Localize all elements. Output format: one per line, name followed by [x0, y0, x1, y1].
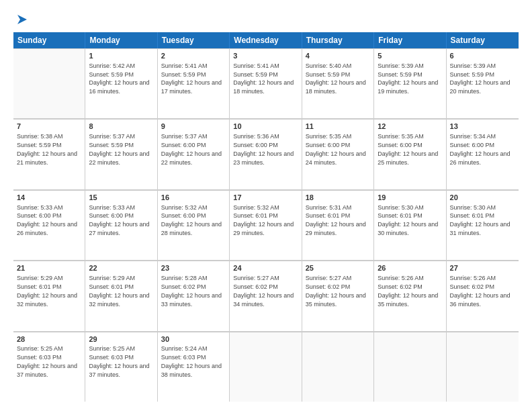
calendar-cell: 15Sunrise: 5:33 AMSunset: 6:00 PMDayligh…: [85, 190, 157, 260]
day-number: 14: [17, 193, 81, 203]
calendar-cell: 8Sunrise: 5:37 AMSunset: 5:59 PMDaylight…: [85, 119, 157, 189]
cell-info: Sunrise: 5:33 AMSunset: 6:00 PMDaylight:…: [89, 204, 149, 236]
calendar-header: SundayMondayTuesdayWednesdayThursdayFrid…: [13, 32, 519, 48]
cell-info: Sunrise: 5:32 AMSunset: 6:00 PMDaylight:…: [161, 204, 222, 236]
cell-info: Sunrise: 5:34 AMSunset: 6:00 PMDaylight:…: [450, 133, 511, 165]
logo-icon: [15, 12, 30, 27]
cell-info: Sunrise: 5:40 AMSunset: 5:59 PMDaylight:…: [306, 62, 366, 95]
cell-info: Sunrise: 5:30 AMSunset: 6:01 PMDaylight:…: [450, 204, 511, 236]
cell-info: Sunrise: 5:28 AMSunset: 6:02 PMDaylight:…: [161, 275, 222, 307]
day-number: 30: [161, 334, 226, 345]
cell-info: Sunrise: 5:38 AMSunset: 5:59 PMDaylight:…: [17, 133, 77, 165]
calendar-cell: 5Sunrise: 5:39 AMSunset: 5:59 PMDaylight…: [374, 48, 446, 118]
cell-info: Sunrise: 5:25 AMSunset: 6:03 PMDaylight:…: [89, 345, 149, 377]
page-header: [13, 12, 519, 27]
day-header-wednesday: Wednesday: [230, 32, 302, 48]
day-number: 11: [306, 122, 370, 132]
cell-info: Sunrise: 5:32 AMSunset: 6:01 PMDaylight:…: [233, 204, 294, 236]
day-number: 24: [233, 263, 298, 273]
day-number: 9: [161, 122, 226, 132]
calendar-cell: 24Sunrise: 5:27 AMSunset: 6:02 PMDayligh…: [230, 261, 302, 330]
day-header-saturday: Saturday: [447, 32, 519, 48]
day-header-friday: Friday: [374, 32, 446, 48]
calendar-cell: 19Sunrise: 5:30 AMSunset: 6:01 PMDayligh…: [374, 190, 446, 260]
calendar-cell: 21Sunrise: 5:29 AMSunset: 6:01 PMDayligh…: [13, 261, 85, 330]
calendar-cell: [13, 48, 85, 118]
calendar-cell: [230, 332, 302, 402]
calendar-cell: 16Sunrise: 5:32 AMSunset: 6:00 PMDayligh…: [158, 190, 230, 260]
day-number: 10: [233, 122, 298, 132]
cell-info: Sunrise: 5:25 AMSunset: 6:03 PMDaylight:…: [17, 345, 77, 377]
calendar-cell: 25Sunrise: 5:27 AMSunset: 6:02 PMDayligh…: [302, 261, 374, 330]
day-number: 18: [306, 193, 370, 203]
day-number: 3: [233, 51, 298, 61]
calendar-cell: 7Sunrise: 5:38 AMSunset: 5:59 PMDaylight…: [13, 119, 85, 189]
day-number: 25: [306, 263, 370, 273]
calendar-cell: 2Sunrise: 5:41 AMSunset: 5:59 PMDaylight…: [158, 48, 230, 118]
cell-info: Sunrise: 5:36 AMSunset: 6:00 PMDaylight:…: [233, 133, 294, 165]
calendar-cell: 18Sunrise: 5:31 AMSunset: 6:01 PMDayligh…: [302, 190, 374, 260]
cell-info: Sunrise: 5:33 AMSunset: 6:00 PMDaylight:…: [17, 204, 77, 236]
cell-info: Sunrise: 5:41 AMSunset: 5:59 PMDaylight:…: [161, 62, 222, 95]
cell-info: Sunrise: 5:39 AMSunset: 5:59 PMDaylight:…: [378, 62, 438, 95]
cell-info: Sunrise: 5:27 AMSunset: 6:02 PMDaylight:…: [233, 275, 294, 307]
cell-info: Sunrise: 5:30 AMSunset: 6:01 PMDaylight:…: [378, 204, 438, 236]
calendar-cell: 9Sunrise: 5:37 AMSunset: 6:00 PMDaylight…: [158, 119, 230, 189]
day-number: 12: [378, 122, 442, 132]
calendar-cell: 27Sunrise: 5:26 AMSunset: 6:02 PMDayligh…: [447, 261, 519, 330]
day-number: 26: [378, 263, 442, 273]
calendar-cell: 14Sunrise: 5:33 AMSunset: 6:00 PMDayligh…: [13, 190, 85, 260]
calendar-cell: 29Sunrise: 5:25 AMSunset: 6:03 PMDayligh…: [85, 332, 157, 402]
calendar-cell: 11Sunrise: 5:35 AMSunset: 6:00 PMDayligh…: [302, 119, 374, 189]
calendar-row: 14Sunrise: 5:33 AMSunset: 6:00 PMDayligh…: [13, 190, 519, 261]
calendar-cell: [374, 332, 446, 402]
cell-info: Sunrise: 5:27 AMSunset: 6:02 PMDaylight:…: [306, 275, 366, 307]
calendar-row: 28Sunrise: 5:25 AMSunset: 6:03 PMDayligh…: [13, 332, 519, 402]
day-header-thursday: Thursday: [302, 32, 374, 48]
day-number: 21: [17, 263, 81, 273]
calendar-cell: [447, 332, 519, 402]
cell-info: Sunrise: 5:24 AMSunset: 6:03 PMDaylight:…: [161, 345, 222, 377]
cell-info: Sunrise: 5:42 AMSunset: 5:59 PMDaylight:…: [89, 62, 149, 95]
calendar-body: 1Sunrise: 5:42 AMSunset: 5:59 PMDaylight…: [13, 48, 519, 402]
calendar-cell: 23Sunrise: 5:28 AMSunset: 6:02 PMDayligh…: [158, 261, 230, 330]
cell-info: Sunrise: 5:41 AMSunset: 5:59 PMDaylight:…: [233, 62, 294, 95]
day-number: 29: [89, 334, 153, 345]
day-number: 22: [89, 263, 153, 273]
calendar-cell: 4Sunrise: 5:40 AMSunset: 5:59 PMDaylight…: [302, 48, 374, 118]
day-number: 28: [17, 334, 81, 345]
svg-marker-0: [17, 15, 27, 24]
day-number: 2: [161, 51, 226, 61]
calendar-row: 21Sunrise: 5:29 AMSunset: 6:01 PMDayligh…: [13, 261, 519, 331]
cell-info: Sunrise: 5:35 AMSunset: 6:00 PMDaylight:…: [378, 133, 438, 165]
cell-info: Sunrise: 5:26 AMSunset: 6:02 PMDaylight:…: [378, 275, 438, 307]
day-number: 8: [89, 122, 153, 132]
calendar-cell: 12Sunrise: 5:35 AMSunset: 6:00 PMDayligh…: [374, 119, 446, 189]
calendar-cell: 10Sunrise: 5:36 AMSunset: 6:00 PMDayligh…: [230, 119, 302, 189]
day-header-sunday: Sunday: [13, 32, 85, 48]
calendar-row: 7Sunrise: 5:38 AMSunset: 5:59 PMDaylight…: [13, 119, 519, 189]
day-number: 27: [450, 263, 515, 273]
calendar-cell: 13Sunrise: 5:34 AMSunset: 6:00 PMDayligh…: [447, 119, 519, 189]
day-number: 15: [89, 193, 153, 203]
calendar-cell: 26Sunrise: 5:26 AMSunset: 6:02 PMDayligh…: [374, 261, 446, 330]
calendar-page: SundayMondayTuesdayWednesdayThursdayFrid…: [0, 0, 532, 411]
day-number: 6: [450, 51, 515, 61]
day-number: 1: [89, 51, 153, 61]
calendar-cell: 6Sunrise: 5:39 AMSunset: 5:59 PMDaylight…: [447, 48, 519, 118]
cell-info: Sunrise: 5:35 AMSunset: 6:00 PMDaylight:…: [306, 133, 366, 165]
cell-info: Sunrise: 5:37 AMSunset: 5:59 PMDaylight:…: [89, 133, 149, 165]
calendar-cell: 28Sunrise: 5:25 AMSunset: 6:03 PMDayligh…: [13, 332, 85, 402]
calendar-cell: 1Sunrise: 5:42 AMSunset: 5:59 PMDaylight…: [85, 48, 157, 118]
calendar: SundayMondayTuesdayWednesdayThursdayFrid…: [13, 32, 519, 402]
day-number: 17: [233, 193, 298, 203]
calendar-cell: 30Sunrise: 5:24 AMSunset: 6:03 PMDayligh…: [158, 332, 230, 402]
day-header-monday: Monday: [85, 32, 157, 48]
calendar-cell: 3Sunrise: 5:41 AMSunset: 5:59 PMDaylight…: [230, 48, 302, 118]
calendar-cell: [302, 332, 374, 402]
day-header-tuesday: Tuesday: [158, 32, 230, 48]
day-number: 16: [161, 193, 226, 203]
calendar-cell: 17Sunrise: 5:32 AMSunset: 6:01 PMDayligh…: [230, 190, 302, 260]
day-number: 13: [450, 122, 515, 132]
day-number: 20: [450, 193, 515, 203]
